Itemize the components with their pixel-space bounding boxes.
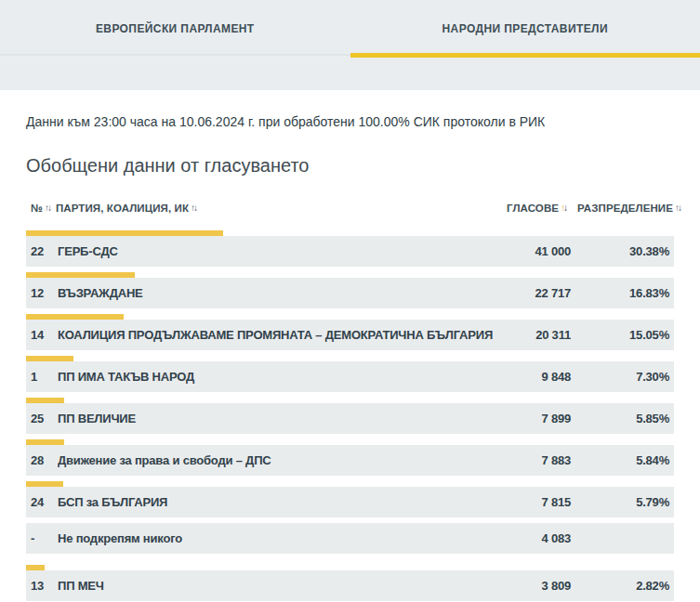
row-party: ПП ВЕЛИЧИЕ (58, 412, 496, 425)
column-header-party[interactable]: ПАРТИЯ, КОАЛИЦИЯ, ИК↑↓ (56, 202, 507, 215)
column-header-votes[interactable]: ГЛАСОВЕ↑↓ (507, 202, 566, 215)
row-party: ПП ИМА ТАКЪВ НАРОД (58, 370, 496, 384)
row-bar-gap (26, 350, 674, 356)
result-row-unit: 28 Движение за права и свободи – ДПС 7 8… (26, 434, 674, 476)
result-row: 24 БСП за БЪЛГАРИЯ 7 815 5.79% (26, 487, 674, 517)
results-rows: 22 ГЕРБ-СДС 41 000 30.38% 12 ВЪЗРАЖДАНЕ … (26, 225, 674, 601)
row-votes: 22 717 (496, 286, 571, 300)
tab-european-parliament[interactable]: ЕВРОПЕЙСКИ ПАРЛАМЕНТ (0, 0, 350, 58)
column-header-number[interactable]: №↑↓ (31, 202, 50, 215)
main-content: Данни към 23:00 часа на 10.06.2024 г. пр… (0, 114, 700, 601)
row-share: 5.79% (571, 495, 669, 509)
result-row-unit: 25 ПП ВЕЛИЧИЕ 7 899 5.85% (26, 392, 674, 434)
column-header-share-label: РАЗПРЕДЕЛЕНИЕ (577, 203, 673, 214)
row-votes: 9 848 (496, 370, 571, 384)
tab-national-representatives[interactable]: НАРОДНИ ПРЕДСТАВИТЕЛИ (350, 0, 700, 58)
row-bar-gap (26, 559, 674, 565)
result-row-unit: 13 ПП МЕЧ 3 809 2.82% (26, 559, 674, 601)
row-share: 5.85% (571, 412, 669, 425)
result-row: 12 ВЪЗРАЖДАНЕ 22 717 16.83% (26, 278, 674, 308)
result-row: 14 КОАЛИЦИЯ ПРОДЪЛЖАВАМЕ ПРОМЯНАТА – ДЕМ… (26, 320, 674, 350)
column-header-votes-label: ГЛАСОВЕ (507, 203, 559, 214)
row-votes: 20 311 (496, 328, 571, 342)
row-party: ГЕРБ-СДС (58, 244, 496, 258)
row-share: 2.82% (571, 579, 669, 593)
row-number: 22 (31, 244, 58, 258)
row-number: 13 (31, 579, 58, 593)
column-header-share[interactable]: РАЗПРЕДЕЛЕНИЕ↑↓ (577, 202, 680, 215)
row-party: ВЪЗРАЖДАНЕ (58, 286, 496, 300)
row-party: Не подкрепям никого (58, 531, 496, 545)
sort-icon: ↑↓ (675, 202, 680, 215)
result-row-unit: 14 КОАЛИЦИЯ ПРОДЪЛЖАВАМЕ ПРОМЯНАТА – ДЕМ… (26, 308, 674, 350)
column-header-number-label: № (31, 203, 43, 214)
status-text: Данни към 23:00 часа на 10.06.2024 г. пр… (26, 114, 674, 130)
row-votes: 7 815 (496, 495, 571, 509)
column-header-party-label: ПАРТИЯ, КОАЛИЦИЯ, ИК (56, 203, 189, 214)
subheader-strip (0, 58, 700, 90)
result-row: 1 ПП ИМА ТАКЪВ НАРОД 9 848 7.30% (26, 361, 674, 392)
sort-icon: ↑↓ (191, 202, 196, 215)
row-number: 24 (31, 495, 58, 509)
row-bar-gap (26, 434, 674, 439)
page-title: Обобщени данни от гласуването (26, 154, 674, 177)
result-row: 25 ПП ВЕЛИЧИЕ 7 899 5.85% (26, 403, 674, 434)
result-row: 22 ГЕРБ-СДС 41 000 30.38% (26, 236, 674, 267)
row-share: 16.83% (571, 286, 669, 300)
row-number: - (31, 531, 58, 545)
result-row: - Не подкрепям никого 4 083 (26, 523, 674, 554)
row-share: 15.05% (571, 328, 669, 342)
sort-icon: ↑↓ (45, 202, 50, 215)
row-votes: 7 899 (496, 412, 571, 425)
row-number: 1 (31, 370, 58, 384)
row-party: ПП МЕЧ (58, 579, 496, 593)
result-row-unit: 22 ГЕРБ-СДС 41 000 30.38% (26, 225, 674, 267)
result-row-unit: 1 ПП ИМА ТАКЪВ НАРОД 9 848 7.30% (26, 350, 674, 392)
row-party: Движение за права и свободи – ДПС (58, 453, 496, 467)
row-bar-gap (26, 392, 674, 398)
results-page: ЕВРОПЕЙСКИ ПАРЛАМЕНТ НАРОДНИ ПРЕДСТАВИТЕ… (0, 0, 700, 602)
tab-bar: ЕВРОПЕЙСКИ ПАРЛАМЕНТ НАРОДНИ ПРЕДСТАВИТЕ… (0, 0, 700, 58)
row-number: 12 (31, 286, 58, 300)
row-number: 25 (31, 412, 58, 425)
result-row: 13 ПП МЕЧ 3 809 2.82% (26, 570, 674, 601)
row-party: КОАЛИЦИЯ ПРОДЪЛЖАВАМЕ ПРОМЯНАТА – ДЕМОКР… (58, 328, 496, 342)
row-votes: 41 000 (496, 244, 571, 258)
result-row: 28 Движение за права и свободи – ДПС 7 8… (26, 445, 674, 476)
row-votes: 3 809 (496, 579, 571, 593)
table-header-row: №↑↓ ПАРТИЯ, КОАЛИЦИЯ, ИК↑↓ ГЛАСОВЕ↑↓ РАЗ… (26, 202, 674, 215)
row-number: 14 (31, 328, 58, 342)
sort-icon-active-desc: ↑↓ (561, 202, 566, 215)
row-number: 28 (31, 453, 58, 467)
result-row-unit: 12 ВЪЗРАЖДАНЕ 22 717 16.83% (26, 267, 674, 308)
result-row-unit: - Не подкрепям никого 4 083 (26, 517, 674, 559)
result-row-unit: 24 БСП за БЪЛГАРИЯ 7 815 5.79% (26, 476, 674, 517)
row-bar-gap (26, 476, 674, 481)
row-share: 30.38% (571, 244, 669, 258)
row-votes: 7 883 (496, 453, 571, 467)
row-share: 5.84% (571, 453, 669, 467)
row-party: БСП за БЪЛГАРИЯ (58, 495, 496, 509)
row-share: 7.30% (571, 370, 669, 384)
row-votes: 4 083 (496, 531, 571, 545)
